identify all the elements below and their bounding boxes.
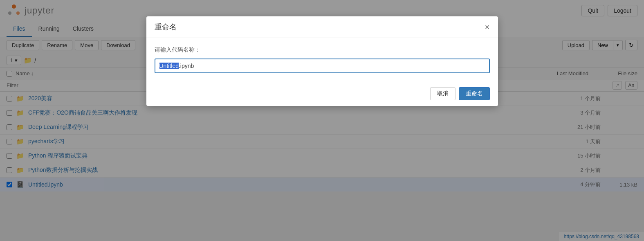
cancel-button[interactable]: 取消 <box>430 87 456 100</box>
modal-body: 请输入代码名称： <box>146 38 498 81</box>
rename-modal: 重命名 × 请输入代码名称： 取消 重命名 <box>146 16 498 106</box>
modal-label: 请输入代码名称： <box>155 46 490 54</box>
modal-overlay: 重命名 × 请输入代码名称： 取消 重命名 <box>0 0 644 241</box>
rename-input[interactable] <box>155 59 490 73</box>
confirm-rename-button[interactable]: 重命名 <box>459 87 490 100</box>
modal-close-button[interactable]: × <box>485 23 490 31</box>
modal-header: 重命名 × <box>146 16 498 38</box>
modal-footer: 取消 重命名 <box>146 81 498 106</box>
modal-title: 重命名 <box>155 22 177 32</box>
